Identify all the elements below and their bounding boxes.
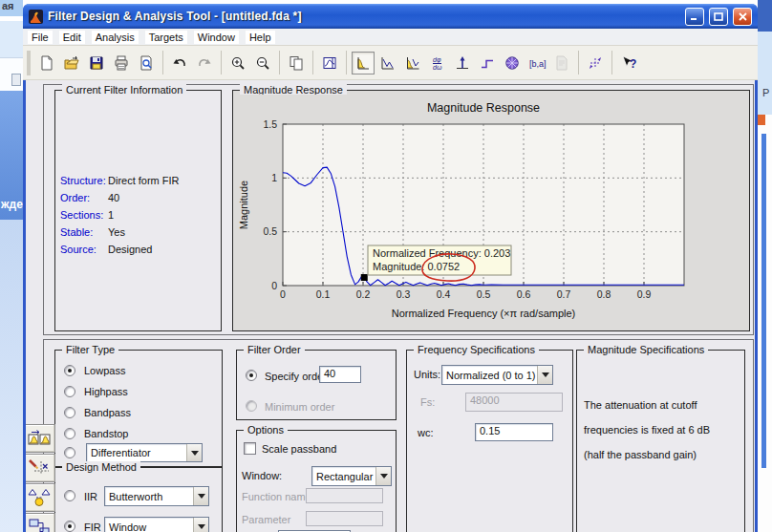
lowpass-radio[interactable]: [64, 365, 75, 376]
copy-figure-icon: [289, 55, 304, 71]
fs-label: Fs:: [420, 396, 435, 408]
full-view-analysis-button[interactable]: [584, 52, 607, 74]
menu-analysis[interactable]: Analysis: [92, 31, 139, 44]
svg-text:0.5: 0.5: [263, 225, 277, 237]
chevron-down-icon: [191, 451, 199, 456]
filter-coefficients-button[interactable]: [b,a]: [525, 52, 548, 74]
info-label: Sections:: [60, 209, 103, 221]
copy-figure-button[interactable]: [285, 52, 308, 74]
step-response-icon: [480, 55, 495, 71]
maximize-button[interactable]: [709, 8, 728, 26]
panel-title: Frequency Specifications: [414, 344, 539, 355]
help-button[interactable]: ?: [617, 52, 640, 74]
background-icon: [11, 74, 21, 86]
undo-arrow-icon: [172, 55, 187, 71]
menu-targets[interactable]: Targets: [145, 31, 187, 44]
chevron-down-icon: [198, 524, 205, 529]
menu-help[interactable]: Help: [246, 31, 275, 44]
close-button[interactable]: [733, 8, 752, 26]
open-session-button[interactable]: [60, 52, 83, 74]
title-bar[interactable]: Filter Design & Analysis Tool - [untitle…: [23, 4, 758, 29]
print-preview-button[interactable]: [135, 52, 158, 74]
bandstop-radio[interactable]: [64, 428, 75, 439]
fir-radio[interactable]: [64, 521, 75, 532]
other-type-radio[interactable]: [64, 447, 75, 458]
fir-label: FIR: [84, 521, 101, 532]
iir-radio[interactable]: [64, 490, 75, 501]
toolbar: dφdω[b,a]?: [23, 46, 758, 80]
zoom-in-icon: [230, 55, 246, 71]
background-window-right: P: [758, 0, 772, 532]
function-name-label: Function name:: [242, 491, 314, 502]
info-value: Direct form FIR: [108, 175, 180, 186]
function-name-input: [306, 488, 383, 503]
info-label: Order:: [60, 192, 90, 203]
fir-method-dropdown[interactable]: Window: [104, 517, 209, 532]
datatip-marker[interactable]: [361, 274, 368, 281]
info-label: Structure:: [60, 175, 106, 186]
toolbar-drag-handle[interactable]: [27, 51, 31, 75]
svg-text:?: ?: [630, 57, 636, 71]
svg-text:1: 1: [271, 172, 277, 183]
minimize-button[interactable]: [685, 8, 704, 26]
matlab-logo-icon: [29, 10, 43, 24]
minimum-order-radio: [246, 400, 257, 412]
new-file-icon: [39, 55, 54, 71]
menu-edit[interactable]: Edit: [59, 31, 85, 44]
undo-button[interactable]: [168, 52, 191, 74]
svg-text:0.2: 0.2: [356, 288, 371, 300]
open-folder-icon: [64, 55, 80, 71]
print-button[interactable]: [110, 52, 133, 74]
y-axis-label: Magnitude: [238, 181, 249, 229]
save-session-button[interactable]: [85, 52, 108, 74]
magnitude-specs-text: The attenuation at cutoff: [584, 399, 697, 411]
order-input[interactable]: 40: [319, 366, 361, 383]
impulse-response-button[interactable]: [451, 52, 474, 74]
info-value: 1: [108, 209, 114, 221]
group-delay-button[interactable]: dφdω: [426, 52, 449, 74]
wc-input[interactable]: 0.15: [475, 423, 553, 441]
magnitude-phase-icon: [405, 55, 420, 71]
new-session-button[interactable]: [35, 52, 58, 74]
zoom-out-button[interactable]: [251, 52, 274, 74]
toolbar-separator: [162, 51, 163, 74]
magnitude-response-panel: Magnitude Response 00.10.20.30.40.50.60.…: [232, 90, 750, 331]
full-view-analysis-icon: [588, 55, 603, 71]
design-method-panel: Design Method IIR Butterworth FIR Window: [54, 467, 223, 532]
wc-label: wc:: [418, 427, 434, 438]
bandpass-radio[interactable]: [64, 407, 75, 418]
magnitude-response-plot[interactable]: 00.10.20.30.40.50.60.70.80.900.511.5Magn…: [235, 95, 748, 330]
phase-response-button[interactable]: [376, 52, 399, 74]
pole-zero-editor-button[interactable]: [26, 454, 55, 482]
menu-file[interactable]: File: [28, 31, 53, 44]
iir-label: IIR: [84, 491, 97, 502]
magnitude-response-button[interactable]: [352, 52, 375, 74]
units-dropdown[interactable]: Normalized (0 to 1): [441, 365, 553, 385]
background-text-fragment: P: [762, 87, 769, 98]
lowpass-label: Lowpass: [84, 365, 125, 376]
step-response-button[interactable]: [476, 52, 499, 74]
chevron-down-icon: [198, 494, 205, 499]
realize-model-button[interactable]: [26, 513, 55, 532]
info-label: Stable:: [60, 226, 93, 238]
scale-passband-checkbox[interactable]: [244, 442, 256, 455]
zoom-out-icon: [255, 55, 270, 71]
toolbar-separator: [279, 51, 280, 74]
window-dropdown[interactable]: Rectangular: [311, 466, 392, 486]
zoom-in-button[interactable]: [226, 52, 249, 74]
other-type-dropdown[interactable]: Differentiator: [86, 443, 203, 462]
datatip-line: Normalized Frequency: 0.203: [373, 247, 510, 259]
menu-window[interactable]: Window: [194, 31, 239, 44]
magnitude-phase-button[interactable]: [401, 52, 424, 74]
info-value: 40: [108, 192, 119, 203]
filter-specs-button[interactable]: [318, 52, 341, 74]
highpass-radio[interactable]: [64, 386, 75, 397]
iir-method-dropdown[interactable]: Butterworth: [104, 486, 209, 506]
pole-zero-plot-button[interactable]: [501, 52, 524, 74]
info-value: Designed: [108, 244, 152, 255]
multirate-filter-button[interactable]: [26, 483, 55, 512]
polezero-editor-icon: [28, 458, 51, 478]
specify-order-radio[interactable]: [246, 370, 257, 381]
transform-filter-button[interactable]: [26, 424, 55, 453]
coefficients-icon: [b,a]: [528, 55, 547, 71]
